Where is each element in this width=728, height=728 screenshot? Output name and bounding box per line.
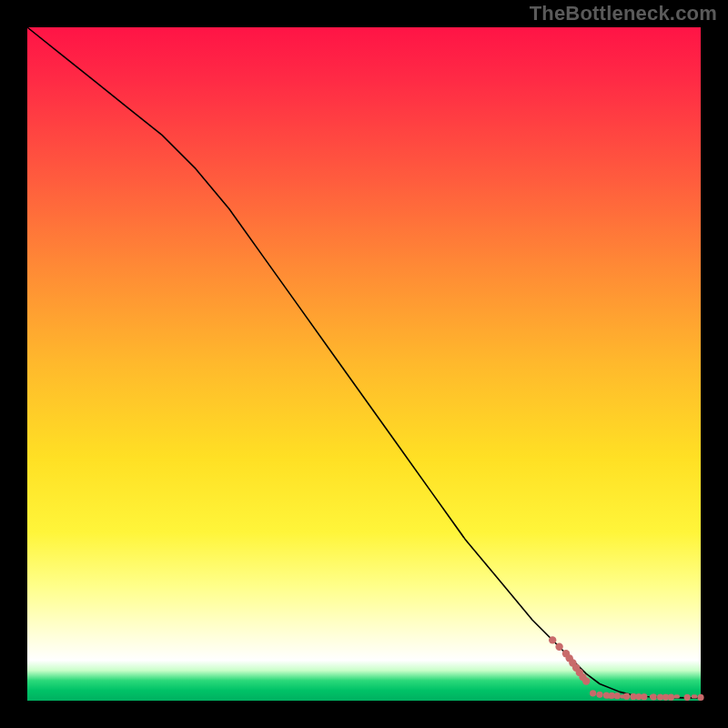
data-point: [549, 636, 556, 643]
scatter-points: [549, 636, 704, 701]
data-point: [555, 643, 562, 651]
watermark-text: TheBottleneck.com: [530, 2, 717, 25]
dash-segment: [692, 694, 698, 698]
dash-segment: [673, 694, 680, 698]
chart-overlay: [27, 27, 701, 701]
dash-segment: [663, 694, 670, 698]
chart-stage: TheBottleneck.com: [0, 0, 728, 728]
dash-segment: [650, 694, 656, 698]
data-point: [684, 694, 691, 701]
dash-segment: [620, 694, 626, 698]
data-point: [582, 677, 590, 684]
plot-area: [27, 27, 701, 701]
bottleneck-curve: [27, 27, 701, 698]
data-point: [697, 694, 703, 701]
dash-segment: [606, 694, 612, 698]
data-point: [614, 693, 621, 699]
data-point: [590, 690, 596, 696]
dash-segment: [640, 694, 646, 698]
data-point: [596, 692, 602, 698]
